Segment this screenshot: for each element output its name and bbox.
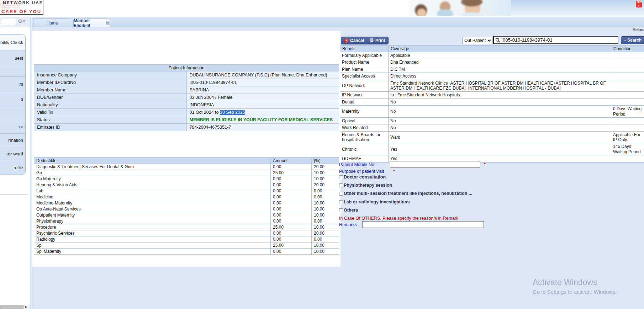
sidebar-item-or[interactable]: or — [0, 120, 25, 134]
patient-info-row: Valid Till01 Oct 2024 to 30 Sep 2025 — [34, 109, 339, 116]
deductible-cell: Spl — [34, 243, 271, 249]
benefit-cell — [611, 80, 644, 92]
purpose-option-row: Others — [339, 208, 358, 213]
remarks-input[interactable] — [362, 221, 484, 228]
tab-home[interactable]: Home — [33, 18, 71, 27]
deductible-row: Lab0.000.00 — [34, 188, 339, 194]
pdf-icon[interactable]: PDF▲ — [636, 1, 642, 7]
sidebar-horizontal-scrollbar[interactable]: ▶ — [0, 305, 31, 309]
patient-info-value: SABRINA — [186, 86, 339, 94]
benefit-cell: Plan Name — [340, 66, 389, 73]
benefit-row: GDF/MAFYes — [340, 155, 644, 162]
patient-mobile-input[interactable] — [390, 161, 480, 168]
condition-col-header: Condition — [611, 46, 644, 52]
patient-info-label: Nationality — [34, 101, 187, 109]
patient-info-value: 01 Oct 2024 to 30 Sep 2025 — [186, 109, 339, 116]
sidebar-item[interactable] — [0, 66, 25, 77]
scrollbar-right-arrow-icon[interactable]: ▶ — [25, 305, 27, 309]
checkbox-label: Doctor consultation — [344, 175, 386, 180]
deductible-cell: 0.00 — [271, 188, 312, 194]
search-icon — [495, 38, 500, 43]
checkbox-physiotherapy-session[interactable] — [339, 183, 343, 187]
sidebar-item-assword[interactable]: assword — [0, 147, 25, 161]
patient-info-row: Insurance CompanyDUBAI INSURANCE COMPANY… — [34, 71, 339, 79]
deductible-cell: Gp — [34, 170, 271, 176]
visit-type-dropdown[interactable]: Out Patient — [463, 37, 492, 44]
patient-info-label: DOB/Gender — [34, 94, 187, 101]
deductible-cell: 10.00 — [312, 212, 339, 218]
tab-close-icon[interactable]: ✕ — [106, 21, 110, 25]
sidebar-item-rs[interactable]: rs — [0, 77, 25, 92]
benefit-row: MaternityNo0 Days Waiting Period — [340, 106, 644, 118]
watermark-line2: Go to Settings to activate Windows. — [533, 289, 617, 295]
sidebar-item[interactable] — [0, 106, 25, 120]
search-button[interactable]: Search — [621, 36, 644, 44]
binoculars-icon — [624, 38, 626, 42]
sidebar-divider — [0, 195, 28, 195]
deductible-row: Psychiatric Services0.0020.00 — [34, 230, 339, 236]
deductible-cell: 0.00 — [271, 182, 312, 188]
patient-info-row: StatusMEMBER IS ELIGIBLE IN YOUR FACILIT… — [34, 116, 339, 124]
deductible-cell: Op Ante-Natal Services — [34, 206, 271, 212]
member-search-input[interactable]: I005-010-119843974-01 — [493, 36, 618, 44]
checkbox-lab-or[interactable] — [339, 200, 343, 204]
sidebar-item-uest[interactable]: uest — [0, 51, 25, 66]
patient-info-row: Member NameSABRINA — [34, 86, 339, 94]
deductible-row: Procedure25.0010.00 — [34, 224, 339, 230]
benefit-cell: IP Network — [340, 92, 389, 98]
mobile-required-star: * — [484, 161, 486, 167]
benefit-cell: No — [389, 106, 611, 118]
patient-information-table: Patient Information Insurance CompanyDUB… — [34, 64, 339, 131]
sidebar-item-rmation[interactable]: rmation — [0, 134, 25, 147]
benefit-coverage-table: Benefit Coverage Condition Formulary App… — [340, 45, 644, 163]
purpose-of-visit-label: Purpose of patient visit — [339, 169, 384, 174]
benefit-cell: GDF/MAF — [340, 155, 389, 162]
cancel-button[interactable]: ✕ Cancel — [341, 37, 368, 44]
tab-member-eligibility[interactable]: Member Eligibilit ✕ — [73, 18, 110, 27]
patient-info-row: NationalityINDONESIA — [34, 101, 339, 109]
patient-info-row: Member ID-CardNoI005-010-119843974-01 — [34, 79, 339, 86]
benefit-cell: Dental — [340, 98, 389, 105]
deductible-cell: 20.00 — [312, 182, 339, 188]
benefit-cell — [611, 59, 644, 66]
deductible-cell: 0.00 — [271, 200, 312, 206]
deductible-cell: Diagnostic & Treatment Services For Dent… — [34, 164, 271, 170]
deductible-cell: 25.00 — [271, 224, 312, 230]
sidebar-search-input[interactable] — [0, 19, 16, 25]
deductible-cell: 0.00 — [312, 194, 339, 200]
amount-col-header: Amount — [271, 158, 312, 164]
scrollbar-thumb[interactable] — [0, 305, 23, 309]
deductible-cell: Hearing & Vision Aids — [34, 182, 271, 188]
deductible-table: Deductible Amount (%) Diagnostic & Treat… — [34, 157, 339, 255]
deductible-cell: 0.00 — [271, 206, 312, 212]
sidebar-item-s[interactable]: s — [0, 92, 25, 106]
checkbox-doctor-consultation[interactable] — [339, 175, 343, 179]
deductible-row: Radiology0.000.00 — [34, 236, 339, 243]
printer-icon — [369, 38, 374, 43]
benefit-cell: No — [389, 117, 611, 124]
refresh-link[interactable]: Refresh — [633, 27, 644, 32]
benefit-cell — [611, 92, 644, 98]
benefit-cell: Work Related — [340, 124, 389, 131]
print-button[interactable]: Print — [366, 37, 389, 44]
sidebar-item-eligibility-check[interactable]: Eligibility Check — [0, 34, 25, 51]
deductible-row: Physiotherapy0.000.00 — [34, 218, 339, 224]
gear-icon[interactable]: ⚙▼ — [18, 18, 28, 25]
deductible-cell: 0.00 — [271, 230, 312, 236]
deductible-cell: 20.00 — [312, 164, 339, 170]
checkbox-other-multi-[interactable] — [339, 192, 343, 196]
print-button-label: Print — [375, 38, 385, 43]
deductible-cell: Gp Maternity — [34, 176, 271, 182]
deductible-cell: 0.00 — [271, 212, 312, 218]
deductible-cell: 0.00 — [271, 236, 312, 243]
activate-windows-watermark: Activate Windows Go to Settings to activ… — [533, 278, 617, 295]
checkbox-others[interactable] — [339, 208, 343, 212]
app-window: NETWORK UAE CARE OF YOU PDF▲ Home Member… — [0, 0, 644, 309]
benefit-cell: DIC TM — [389, 66, 611, 73]
benefit-cell: Formulary Applicable — [340, 52, 389, 59]
checkbox-label: Other multi- session treatment like inje… — [344, 191, 472, 196]
deductible-cell: 10.00 — [312, 170, 339, 176]
sidebar-item-rofile[interactable]: rofile — [0, 161, 25, 175]
deductible-cell: Psychiatric Services — [34, 230, 271, 236]
deductible-cell: 0.00 — [312, 236, 339, 243]
